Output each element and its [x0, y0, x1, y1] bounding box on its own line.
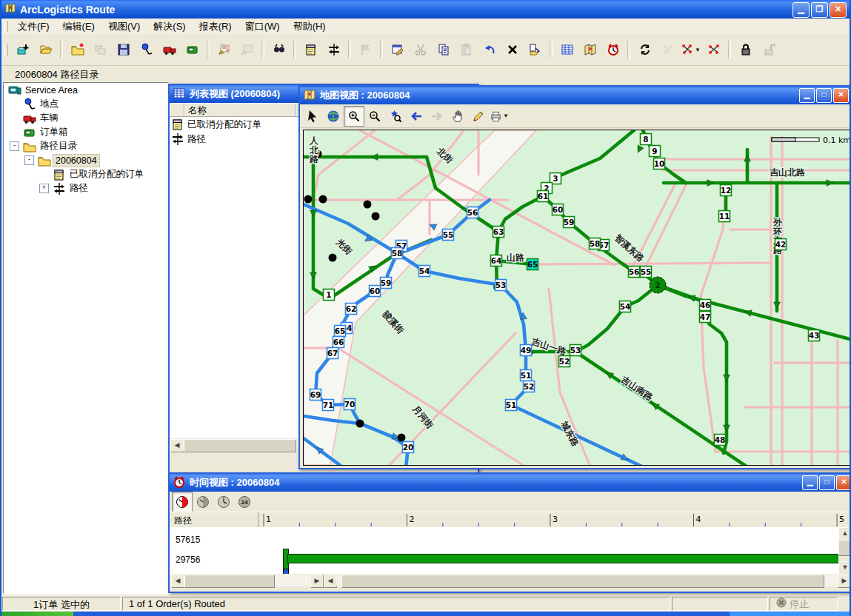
unassigned-order-dot[interactable] [329, 254, 337, 262]
collapse-toggle[interactable]: - [10, 141, 19, 151]
save-icon[interactable] [113, 39, 134, 61]
new-vehicle-icon[interactable] [158, 39, 180, 61]
time-vscrollbar[interactable]: ▲ ▼ [838, 527, 851, 574]
toolbar-separator [207, 41, 210, 58]
tree-item-已取消分配的订单[interactable]: 已取消分配的订单 [4, 167, 168, 181]
unassigned-order-dot[interactable] [356, 420, 364, 428]
unassigned-order-dot[interactable] [398, 434, 406, 442]
close-button[interactable]: ✕ [830, 2, 847, 18]
start-button-sliver[interactable] [1, 612, 73, 616]
ruler-tick-label: 5 [839, 515, 844, 524]
unassigned-order-dot[interactable] [372, 212, 380, 221]
assign-orders-icon[interactable]: ▼ [680, 39, 701, 61]
open-database-icon[interactable] [35, 39, 56, 61]
new-location-icon[interactable] [136, 39, 157, 61]
zoom-to-selected-icon[interactable] [385, 106, 406, 127]
time-row-label-29756[interactable]: 29756 [176, 555, 200, 565]
back-extent-icon[interactable] [406, 106, 427, 127]
time-maximize-button[interactable]: □ [819, 475, 835, 490]
list-header-name[interactable]: 名称 [184, 103, 296, 116]
map-stop-marker-label: 70 [344, 400, 356, 409]
unassigned-order-dot[interactable] [304, 195, 313, 204]
menu-item-5[interactable]: 报表(R) [193, 19, 238, 34]
time-close-button[interactable]: ✕ [836, 475, 851, 490]
map-maximize-button[interactable]: □ [816, 88, 832, 103]
copy-icon[interactable] [433, 39, 454, 61]
title-bar[interactable]: ArcLogistics Route ▁ ❐ ✕ [1, 0, 850, 19]
time-view-icon[interactable] [602, 39, 624, 61]
draw-pencil-icon[interactable] [468, 106, 489, 127]
tree-item-路径[interactable]: +路径 [4, 181, 168, 195]
clock-quarter-icon[interactable] [172, 492, 193, 512]
taskbar-button-sliver[interactable] [730, 612, 851, 616]
delete-icon[interactable] [501, 39, 523, 61]
map-canvas[interactable]: 人北路北街光街吉山北路智溪东路外环东路山路骏溪街月河街城东路吉山一路吉山南路57… [303, 130, 851, 466]
menu-item-2[interactable]: 编辑(E) [56, 19, 101, 34]
zoom-out-icon[interactable] [364, 106, 385, 127]
menu-item-3[interactable]: 视图(V) [101, 19, 147, 34]
clock-half-icon[interactable] [193, 492, 213, 512]
time-view-icon [173, 475, 186, 491]
map-stop-marker-label: 20 [403, 443, 414, 452]
tree-item-Service Area[interactable]: Service Area [4, 83, 168, 97]
unassigned-order-dot[interactable] [364, 201, 372, 209]
new-folder-icon[interactable] [67, 39, 88, 61]
time-rows-area[interactable]: 5761529756 [170, 527, 838, 574]
time-minimize-button[interactable]: ▁ [802, 475, 818, 490]
new-order-icon[interactable] [300, 39, 321, 61]
restore-button[interactable]: ❐ [811, 2, 828, 18]
time-view-title-bar[interactable]: 时间视图 : 20060804 ▁ □ ✕ [170, 474, 851, 492]
unassign-orders-icon[interactable] [703, 39, 724, 61]
map-view-title-bar[interactable]: 地图视图 : 20060804 ▁ □ ✕ [300, 87, 851, 104]
select-cursor-icon[interactable] [302, 106, 323, 127]
solve-icon[interactable] [634, 39, 655, 61]
map-stop-marker-label: 61 [538, 192, 549, 201]
undo-icon[interactable] [478, 39, 500, 61]
menu-item-1[interactable]: 文件(F) [11, 19, 56, 34]
import-orders-icon[interactable] [213, 39, 235, 61]
stop-button[interactable]: 停止 [770, 597, 838, 611]
clock-hour-icon[interactable] [213, 492, 234, 512]
map-stop-marker-label: 47 [700, 312, 711, 321]
properties-icon[interactable] [387, 39, 408, 61]
dropdown-arrow-icon[interactable]: ▼ [503, 113, 509, 119]
windows-taskbar-sliver[interactable] [1, 612, 850, 616]
toolbar-separator [380, 41, 383, 58]
pan-hand-icon[interactable] [447, 106, 468, 127]
menu-item-4[interactable]: 解决(S) [147, 19, 192, 34]
time-row-label-57615[interactable]: 57615 [176, 535, 200, 545]
globe-full-extent-icon[interactable] [323, 106, 344, 127]
tree-item-20060804[interactable]: -20060804 [4, 153, 168, 167]
folder-icon [38, 154, 51, 167]
new-order-box-icon[interactable] [181, 39, 203, 61]
clock-24-icon[interactable]: 24 [234, 492, 255, 512]
move-orders-icon[interactable] [524, 39, 546, 61]
print-icon[interactable]: ▼ [489, 106, 510, 127]
map-stop-marker-label: 63 [493, 227, 504, 236]
map-stop-marker-label: 64 [491, 256, 502, 265]
collapse-toggle[interactable]: - [24, 155, 34, 165]
map-stop-marker-label: 71 [323, 401, 334, 409]
dropdown-arrow-icon[interactable]: ▼ [695, 47, 701, 53]
menu-item-7[interactable]: 帮助(H) [287, 19, 333, 34]
map-view-icon[interactable] [579, 39, 601, 61]
expand-toggle[interactable]: + [39, 184, 49, 193]
minimize-button[interactable]: ▁ [792, 2, 810, 18]
tree-item-地点[interactable]: 地点 [4, 97, 168, 111]
new-route-icon[interactable] [323, 39, 344, 61]
menu-item-6[interactable]: 窗口(W) [238, 19, 287, 34]
tree-item-路径目录[interactable]: -路径目录 [4, 139, 168, 153]
find-icon[interactable] [268, 39, 290, 61]
route-time-bar[interactable] [287, 554, 838, 563]
list-view-icon[interactable] [556, 39, 578, 61]
tree-item-车辆[interactable]: 车辆 [4, 111, 168, 125]
zoom-in-icon[interactable] [344, 106, 364, 127]
time-hscrollbars[interactable]: ◀ ▶ ◀ ▶ [170, 574, 851, 587]
window-title: ArcLogistics Route [20, 4, 115, 16]
tree-item-订单箱[interactable]: 订单箱 [4, 125, 168, 139]
new-database-icon[interactable] [12, 39, 33, 61]
lock-icon[interactable] [735, 39, 756, 61]
map-close-button[interactable]: ✕ [833, 88, 849, 103]
map-minimize-button[interactable]: ▁ [799, 88, 815, 103]
unassigned-order-dot[interactable] [319, 195, 327, 204]
